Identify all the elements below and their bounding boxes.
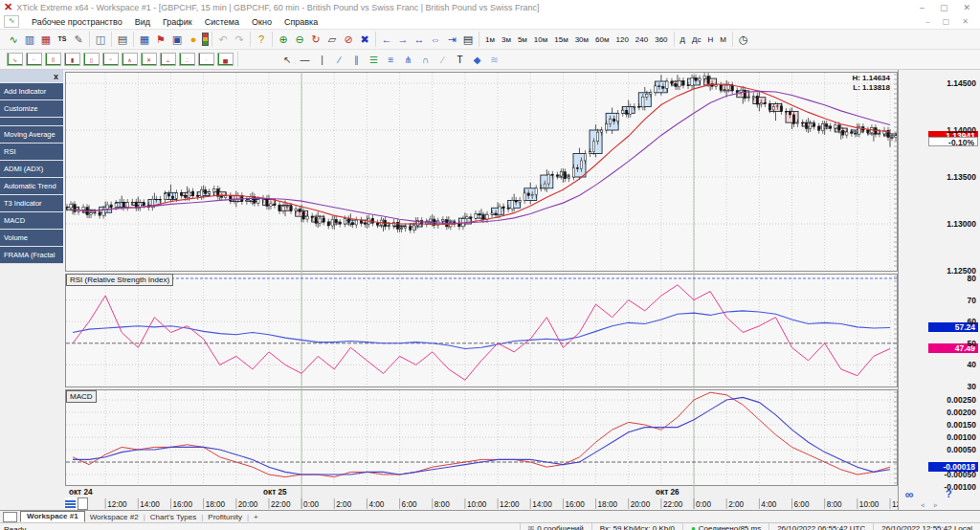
channel-tool-icon[interactable]: ☰ [366,52,382,67]
regression-tool-icon[interactable]: ≡ [383,52,399,67]
chart-type-triangle-icon[interactable]: ▵ [160,53,176,66]
link-charts-icon[interactable]: ∞ [905,488,914,501]
sidebar-item-rsi[interactable]: RSI [0,144,63,161]
menu-item-3[interactable]: График [163,17,192,27]
ghost-line-tool-icon[interactable]: ∕ [434,52,451,67]
chart-type-pnf-icon[interactable]: ✕ [141,53,157,66]
sidebar-item-macd[interactable]: MACD [0,212,63,230]
period-Д[interactable]: Д [678,35,688,44]
help-icon[interactable]: ? [254,32,269,47]
save-template-icon[interactable]: ◫ [93,32,108,47]
workspace-tab-1[interactable]: Workspace #1 [20,511,85,522]
workspace-tab-2[interactable]: Workspace #2 [85,513,144,521]
chart-type-kagi-icon[interactable]: ∧ [122,53,138,66]
rsi-pane-label[interactable]: RSI (Relative Strength Index) [66,274,173,286]
menu-item-5[interactable]: Окно [252,17,272,27]
text-tool-icon[interactable]: T [452,52,468,67]
timeframe-30м[interactable]: 30м [572,35,591,44]
menu-item-1[interactable]: Рабочее пространство [32,17,122,27]
sidebar-item-add-indicator[interactable]: Add Indicator [0,83,63,100]
alerts-icon[interactable]: ● [186,32,201,47]
crop-icon[interactable]: ▱ [324,32,340,47]
refresh-icon[interactable]: ↻ [308,32,323,47]
arc-tool-icon[interactable]: ∩ [417,52,434,67]
disable-icon[interactable]: ⊘ [341,32,356,47]
shapes-tool-icon[interactable]: ◆ [469,52,485,67]
chart-legend-box[interactable] [78,497,88,510]
chart-type-bars-icon[interactable]: || [45,53,61,66]
flag-icon[interactable]: ⚑ [153,32,168,47]
sidebar-item-moving-average[interactable]: Moving Average [0,126,63,144]
sidebar-item-customize[interactable]: Customize [0,100,63,118]
child-minimize-button[interactable]: – [925,17,929,26]
redo-icon[interactable]: ↷ [232,32,247,47]
timeframe-1м[interactable]: 1м [482,35,498,44]
minimize-button[interactable]: – [920,3,924,12]
delete-icon[interactable]: ✖ [357,32,372,47]
chart-help-icon[interactable]: ? [946,488,952,499]
goto-end-icon[interactable]: ⇥ [444,32,459,47]
sidebar-item-volume[interactable]: Volume [0,230,63,247]
workspace-tab-4[interactable]: Profitunity [203,513,247,521]
scroll-right-icon[interactable]: → [395,32,411,47]
sidebar-item-frama-fractal[interactable]: FRAMA (Fractal [0,247,63,264]
clipboard-icon[interactable]: ▣ [169,32,185,47]
zoom-in-icon[interactable]: ⊕ [276,32,291,47]
chart-type-scatter-icon[interactable]: ∴ [179,53,195,66]
child-close-button[interactable]: ✕ [962,17,969,26]
scroll-forward-icon[interactable]: ▹ [934,501,938,509]
print-icon[interactable]: ▤ [115,32,130,47]
scroll-back-icon[interactable]: ◃ [921,501,924,509]
menu-item-2[interactable]: Вид [135,17,150,27]
compress-icon[interactable]: ⇔ [428,32,443,47]
parallel-lines-tool-icon[interactable]: ∥ [348,52,365,67]
menu-item-6[interactable]: Справка [284,17,318,27]
timeframe-360[interactable]: 360 [652,35,670,44]
period-Дс[interactable]: Дс [689,35,703,44]
timeframe-3м[interactable]: 3м [499,35,514,44]
sidebar-item-t3-indicator[interactable]: T3 Indicator [0,195,63,212]
hline-tool-icon[interactable]: — [297,52,313,67]
ts-icon[interactable]: TS [55,32,70,47]
zoom-out-icon[interactable]: ⊖ [292,32,307,47]
sidebar-item-admi-adx-[interactable]: ADMI (ADX) [0,161,63,178]
expand-icon[interactable]: ↔ [412,32,427,47]
line-chart-icon[interactable]: ∿ [6,32,21,47]
timeframe-120[interactable]: 120 [612,35,631,44]
undo-icon[interactable]: ↶ [215,32,231,47]
bar-chart-icon[interactable]: ▥ [22,32,37,47]
chart-properties-icon[interactable] [65,497,76,508]
macd-pane-label[interactable]: MACD [66,390,97,403]
pitchfork-tool-icon[interactable]: ⋔ [400,52,416,67]
timeframe-60м[interactable]: 60м [592,35,612,44]
timeframe-5м[interactable]: 5м [515,35,530,44]
trendline-tool-icon[interactable]: ∕ [331,52,347,67]
child-restore-button[interactable]: ▢ [943,17,950,26]
scroll-left-icon[interactable]: ← [379,32,394,47]
maximize-button[interactable]: ▢ [940,3,948,12]
panel-close-icon[interactable]: x [54,72,58,81]
close-button[interactable]: ✕ [963,3,970,12]
chart-type-line-icon[interactable]: ∿ [7,53,23,66]
chart-type-candles-icon[interactable]: ▮ [64,53,80,66]
cursor-icon[interactable]: ↖ [279,52,296,67]
menu-item-4[interactable]: Система [205,17,239,27]
timeframe-10м[interactable]: 10м [531,35,550,44]
candle-chart-icon[interactable]: ▦ [38,32,54,47]
traffic-light-icon[interactable] [202,33,209,46]
chart-type-tick-icon[interactable]: · [198,53,214,66]
period-Н[interactable]: Н [704,35,716,44]
timezone-clock-icon[interactable]: ◷ [736,32,751,47]
chart-type-dots-icon[interactable]: ∙∙ [26,53,42,66]
chart-type-volume-icon[interactable]: ▅ [217,53,234,66]
timeframe-240[interactable]: 240 [633,35,651,44]
chart-type-hollow-candles-icon[interactable]: ▯ [83,53,100,66]
pen-icon[interactable]: ✎ [71,32,86,47]
chart-type-renko-icon[interactable]: ▫ [102,53,119,66]
hatch-tool-icon[interactable]: ≋ [486,52,502,67]
ruler-icon[interactable]: ▤ [460,32,476,47]
timeframe-15м[interactable]: 15м [551,35,570,44]
quotes-table-icon[interactable]: ▦ [137,32,152,47]
chart-plot[interactable]: 12:0014:0016:0018:0020:0022:000:002:004:… [65,70,898,510]
workspace-tab-3[interactable]: Chart's Types [145,513,202,521]
